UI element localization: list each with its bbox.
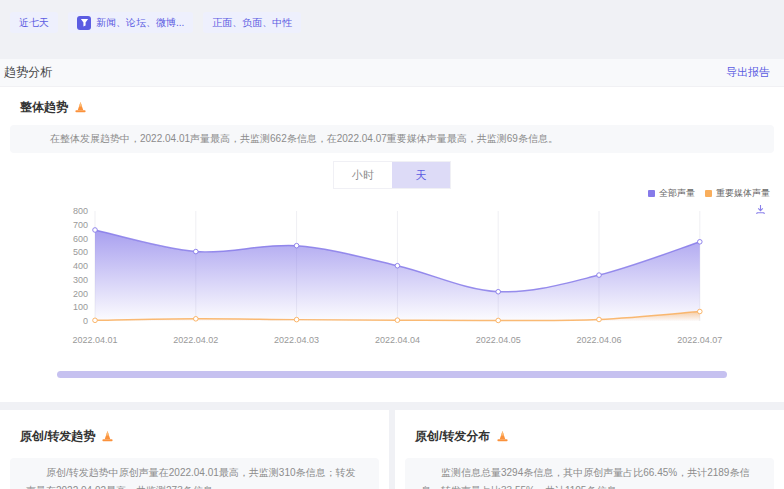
- svg-text:2022.04.07: 2022.04.07: [677, 335, 722, 345]
- trend-area-chart: 01002003004005006007008002022.04.012022.…: [0, 203, 780, 351]
- source-filter-icon: [77, 16, 91, 30]
- svg-text:200: 200: [73, 289, 88, 299]
- card-bottom-padding: [0, 378, 784, 402]
- chart-legend: 全部声量重要媒体声量: [648, 187, 770, 200]
- svg-text:700: 700: [73, 220, 88, 230]
- svg-text:400: 400: [73, 261, 88, 271]
- origin-repost-distribution-summary: 监测信息总量3294条信息，其中原创声量占比66.45%，共计2189条信息；转…: [405, 458, 774, 489]
- tab-hour[interactable]: 小时: [334, 162, 392, 188]
- trend-chart-wrap: 01002003004005006007008002022.04.012022.…: [0, 203, 784, 355]
- legend-label: 重要媒体声量: [716, 187, 770, 200]
- origin-repost-distribution-card: 原创/转发分布 监测信息总量3294条信息，其中原创声量占比66.45%，共计2…: [395, 410, 784, 489]
- origin-repost-distribution-title-row: 原创/转发分布: [415, 428, 784, 444]
- filter-date-range-label: 近七天: [19, 16, 49, 30]
- legend-item-0[interactable]: 全部声量: [648, 187, 695, 200]
- svg-text:0: 0: [83, 316, 88, 326]
- svg-text:2022.04.06: 2022.04.06: [576, 335, 621, 345]
- dashboard-page: { "filters": [ { "label": "近七天" }, { "la…: [0, 0, 784, 489]
- svg-text:800: 800: [73, 206, 88, 216]
- trend-analysis-card: 趋势分析 导出报告 整体趋势 在整体发展趋势中，2022.04.01声量最高，共…: [0, 59, 784, 402]
- origin-repost-trend-title: 原创/转发趋势: [20, 428, 95, 445]
- origin-repost-distribution-title: 原创/转发分布: [415, 428, 490, 445]
- svg-text:100: 100: [73, 302, 88, 312]
- svg-text:2022.04.04: 2022.04.04: [375, 335, 420, 345]
- svg-text:2022.04.05: 2022.04.05: [476, 335, 521, 345]
- origin-repost-trend-title-row: 原创/转发趋势: [20, 428, 389, 444]
- filter-sentiment-label: 正面、负面、中性: [212, 16, 292, 30]
- section-title: 趋势分析: [4, 64, 52, 81]
- overall-trend-title: 整体趋势: [20, 99, 68, 116]
- hot-cone-icon: [496, 430, 509, 443]
- legend-item-1[interactable]: 重要媒体声量: [705, 187, 770, 200]
- granularity-tabs: 小时 天: [333, 161, 451, 189]
- hot-cone-icon: [101, 430, 114, 443]
- legend-swatch: [705, 190, 712, 197]
- hot-cone-icon: [74, 101, 87, 114]
- export-report-link[interactable]: 导出报告: [726, 65, 770, 80]
- legend-label: 全部声量: [659, 187, 695, 200]
- filter-bar: 近七天 新闻、论坛、微博... 正面、负面、中性: [0, 0, 784, 33]
- svg-text:300: 300: [73, 275, 88, 285]
- filter-sentiment[interactable]: 正面、负面、中性: [203, 12, 301, 33]
- svg-text:2022.04.01: 2022.04.01: [72, 335, 117, 345]
- origin-repost-trend-card: 原创/转发趋势 原创/转发趋势中原创声量在2022.04.01最高，共监测310…: [0, 410, 389, 489]
- svg-text:500: 500: [73, 247, 88, 257]
- filter-sources-label: 新闻、论坛、微博...: [96, 16, 184, 30]
- svg-text:2022.04.03: 2022.04.03: [274, 335, 319, 345]
- tab-day[interactable]: 天: [392, 162, 450, 188]
- bottom-cards-row: 原创/转发趋势 原创/转发趋势中原创声量在2022.04.01最高，共监测310…: [0, 410, 784, 489]
- filter-sources[interactable]: 新闻、论坛、微博...: [68, 12, 193, 33]
- trend-analysis-header: 趋势分析 导出报告: [0, 59, 784, 87]
- overall-trend-title-row: 整体趋势: [20, 99, 784, 115]
- filter-date-range[interactable]: 近七天: [10, 12, 58, 33]
- svg-text:600: 600: [73, 234, 88, 244]
- origin-repost-trend-summary: 原创/转发趋势中原创声量在2022.04.01最高，共监测310条信息；转发声量…: [10, 458, 379, 489]
- chart-datazoom-slider[interactable]: [57, 371, 727, 378]
- trend-analysis-body: 整体趋势 在整体发展趋势中，2022.04.01声量最高，共监测662条信息，在…: [0, 87, 784, 402]
- overall-trend-summary: 在整体发展趋势中，2022.04.01声量最高，共监测662条信息，在2022.…: [10, 125, 774, 153]
- legend-swatch: [648, 190, 655, 197]
- svg-text:2022.04.02: 2022.04.02: [173, 335, 218, 345]
- download-chart-icon[interactable]: [755, 204, 766, 215]
